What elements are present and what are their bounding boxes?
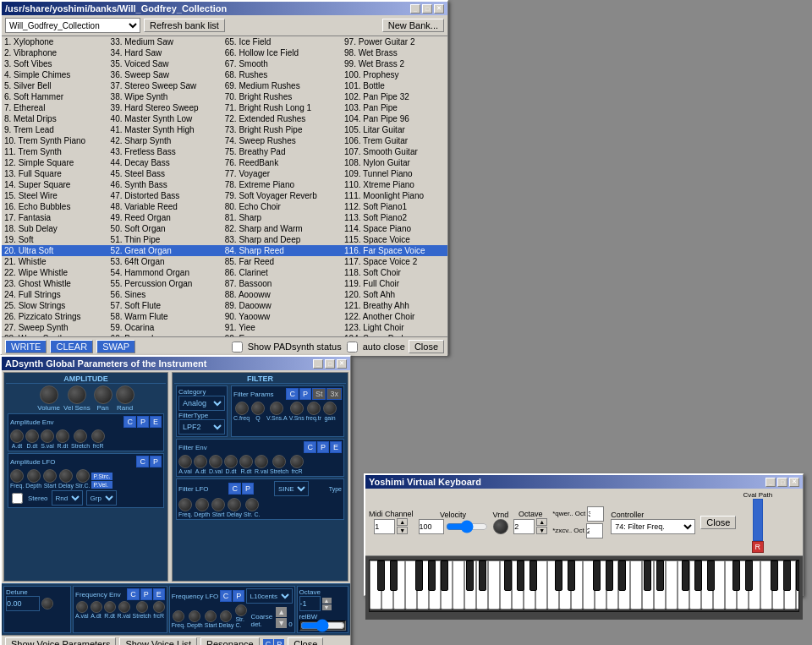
black-key[interactable] xyxy=(428,560,436,591)
stereo-check[interactable] xyxy=(12,493,23,504)
black-key[interactable] xyxy=(771,560,778,591)
black-key[interactable] xyxy=(555,560,562,591)
filtertype-select[interactable]: LPF2 xyxy=(178,419,225,435)
freq-env-p-btn[interactable]: P xyxy=(140,588,152,600)
fenv-rval-knob[interactable] xyxy=(255,455,268,468)
instrument-cell[interactable]: 120. Soft Ahh xyxy=(342,289,447,300)
instrument-cell[interactable]: 5. Silver Bell xyxy=(2,80,108,91)
flfo-depth-knob[interactable] xyxy=(195,498,209,511)
instrument-cell[interactable]: 1. Xylophone xyxy=(2,36,108,47)
fre-frcr-knob[interactable] xyxy=(153,601,165,613)
filter-q-knob[interactable] xyxy=(251,402,265,415)
instrument-cell[interactable]: 42. Sharp Synth xyxy=(108,135,222,146)
bank-select[interactable]: Will_Godfrey_Collection xyxy=(5,18,140,33)
amp-lfo-c-btn[interactable]: C xyxy=(136,456,149,467)
instrument-cell[interactable]: 89. Daooww xyxy=(222,300,342,311)
instrument-cell[interactable]: 122. Another Choir xyxy=(342,311,447,322)
frql-strc-knob[interactable] xyxy=(235,604,247,616)
lfo-delay-knob[interactable] xyxy=(59,469,73,483)
instrument-cell[interactable]: 69. Medium Rushes xyxy=(222,80,342,91)
instrument-cell[interactable]: 6. Soft Hammer xyxy=(2,91,108,102)
amp-rand-knob[interactable] xyxy=(116,385,134,404)
black-key[interactable] xyxy=(517,560,524,591)
filter-vsns-knob[interactable] xyxy=(290,402,304,415)
amp-volume-knob[interactable] xyxy=(40,385,58,404)
white-key[interactable] xyxy=(453,560,464,609)
instrument-cell[interactable]: 11. Trem Synth xyxy=(2,146,108,157)
lfo-strc-knob[interactable] xyxy=(76,469,90,483)
instrument-cell[interactable]: 15. Steel Wire xyxy=(2,190,108,201)
instrument-cell[interactable]: 58. Warm Flute xyxy=(108,311,222,322)
instrument-cell[interactable]: 84. Sharp Reed xyxy=(222,245,342,256)
instrument-cell[interactable]: 81. Sharp xyxy=(222,212,342,223)
kb-oct-up-btn[interactable]: ▲ xyxy=(536,518,547,526)
frql-freq-knob[interactable] xyxy=(173,610,184,622)
adsynth-close-btn[interactable]: ✕ xyxy=(337,359,347,369)
instrument-cell[interactable]: 14. Super Square xyxy=(2,179,108,190)
env-ddt-knob[interactable] xyxy=(25,429,39,443)
instrument-cell[interactable]: 18. Sub Delay xyxy=(2,223,108,234)
midi-chan-up-btn[interactable]: ▲ xyxy=(397,518,408,526)
amp-lfo-pstrc-btn[interactable]: P.Strc. xyxy=(91,473,112,480)
filter-gain-knob[interactable] xyxy=(323,402,337,415)
instrument-cell[interactable]: 68. Rushes xyxy=(222,69,342,80)
detune-value-input[interactable] xyxy=(6,596,40,611)
black-key[interactable] xyxy=(745,560,753,591)
relbw-slider[interactable] xyxy=(300,621,345,630)
instrument-cell[interactable]: 103. Pan Pipe xyxy=(342,102,447,113)
instrument-cell[interactable]: 85. Far Reed xyxy=(222,256,342,267)
fre-rval-knob[interactable] xyxy=(118,601,130,613)
instrument-cell[interactable]: 7. Ethereal xyxy=(2,102,108,113)
instrument-cell[interactable]: 8. Metal Drips xyxy=(2,113,108,124)
instrument-cell[interactable]: 79. Soft Voyager Reverb xyxy=(222,190,342,201)
flfo-delay-knob[interactable] xyxy=(228,498,241,511)
instrument-cell[interactable]: 109. Tunnel Piano xyxy=(342,168,447,179)
frql-delay-knob[interactable] xyxy=(220,610,232,622)
instrument-cell[interactable]: 25. Slow Strings xyxy=(2,300,108,311)
instrument-cell[interactable]: 112. Soft Piano1 xyxy=(342,201,447,212)
black-key[interactable] xyxy=(732,560,740,591)
adsynth-minimize-btn[interactable]: _ xyxy=(313,359,323,369)
inst-close-btn[interactable]: ✕ xyxy=(434,4,444,14)
black-key[interactable] xyxy=(644,560,651,591)
amp-pan-knob[interactable] xyxy=(94,385,112,404)
oct-up-btn[interactable]: ▲ xyxy=(322,598,332,604)
white-key[interactable] xyxy=(713,560,725,609)
rnd-select[interactable]: Rnd xyxy=(52,490,83,506)
black-key[interactable] xyxy=(504,560,512,591)
instrument-cell[interactable]: 56. Sines xyxy=(108,289,222,300)
env-adt-knob[interactable] xyxy=(10,429,24,443)
resonance-btn[interactable]: Resonance xyxy=(200,637,260,645)
fre-rdt-knob[interactable] xyxy=(104,601,116,613)
midi-channel-input[interactable] xyxy=(374,519,395,534)
black-key[interactable] xyxy=(466,560,474,591)
vrnd-knob[interactable] xyxy=(493,519,508,534)
white-key[interactable] xyxy=(630,560,642,609)
env-rdt-knob[interactable] xyxy=(56,429,69,443)
instrument-cell[interactable]: 97. Power Guitar 2 xyxy=(342,36,447,47)
fp-p-btn[interactable]: P xyxy=(299,388,311,400)
clear-btn[interactable]: CLEAR xyxy=(50,340,93,353)
lfo-depth-knob[interactable] xyxy=(27,469,41,483)
kb-oct-down-btn[interactable]: ▼ xyxy=(536,527,547,534)
instrument-cell[interactable]: 53. 64ft Organ xyxy=(108,256,222,267)
amp-env-c-btn[interactable]: C xyxy=(123,416,136,428)
fl-c-btn[interactable]: C xyxy=(228,483,241,495)
fenv-adt-knob[interactable] xyxy=(194,455,207,468)
instrument-cell[interactable]: 107. Smooth Guitar xyxy=(342,146,447,157)
fre-adt-knob[interactable] xyxy=(91,601,102,613)
black-key[interactable] xyxy=(568,560,575,591)
instrument-cell[interactable]: 41. Master Synth High xyxy=(108,124,222,135)
instrument-cell[interactable]: 100. Prophesy xyxy=(342,69,447,80)
lfo-start-knob[interactable] xyxy=(43,469,57,483)
fenv-ddt-knob[interactable] xyxy=(224,455,238,468)
instrument-cell[interactable]: 73. Bright Rush Pipe xyxy=(222,124,342,135)
instrument-cell[interactable]: 35. Voiced Saw xyxy=(108,58,222,69)
instrument-cell[interactable]: 108. Nylon Guitar xyxy=(342,157,447,168)
new-bank-btn[interactable]: New Bank... xyxy=(382,19,444,32)
instrument-cell[interactable]: 3. Soft Vibes xyxy=(2,58,108,69)
instrument-cell[interactable]: 87. Bassoon xyxy=(222,278,342,289)
amp-env-e-btn[interactable]: E xyxy=(150,416,162,428)
freq-env-e-btn[interactable]: E xyxy=(153,588,165,600)
freq-env-c-btn[interactable]: C xyxy=(127,588,140,600)
